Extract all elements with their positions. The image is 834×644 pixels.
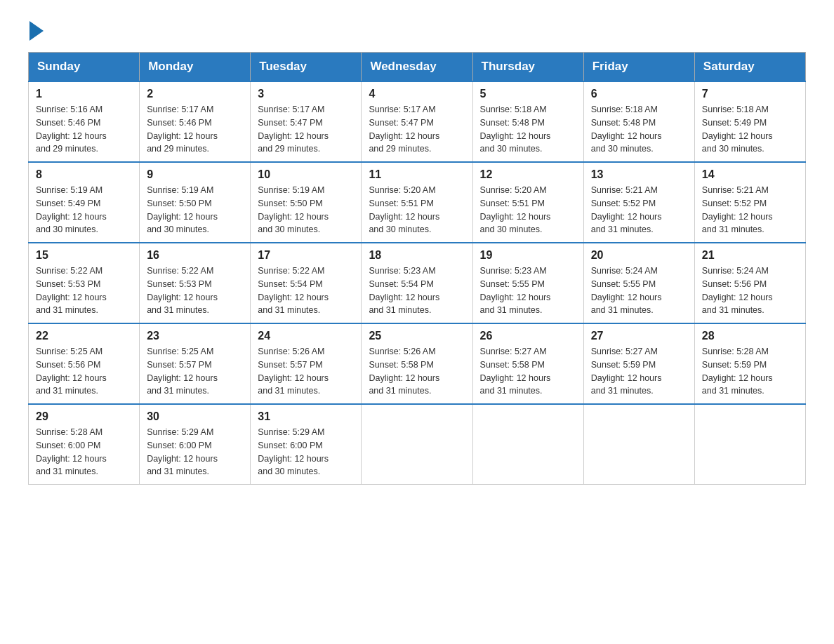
day-info: Sunrise: 5:19 AMSunset: 5:50 PMDaylight:… xyxy=(147,184,243,236)
day-info: Sunrise: 5:17 AMSunset: 5:47 PMDaylight:… xyxy=(369,103,465,156)
day-number: 26 xyxy=(480,330,576,342)
calendar-cell: 22Sunrise: 5:25 AMSunset: 5:56 PMDayligh… xyxy=(29,323,140,404)
calendar-cell: 10Sunrise: 5:19 AMSunset: 5:50 PMDayligh… xyxy=(251,162,362,243)
weekday-header-tuesday: Tuesday xyxy=(251,53,362,82)
calendar-cell: 28Sunrise: 5:28 AMSunset: 5:59 PMDayligh… xyxy=(694,323,805,404)
day-info: Sunrise: 5:23 AMSunset: 5:54 PMDaylight:… xyxy=(369,264,465,317)
day-number: 9 xyxy=(147,168,243,181)
calendar-cell xyxy=(583,404,694,485)
day-number: 10 xyxy=(258,168,354,181)
logo-arrow-icon xyxy=(29,21,44,41)
day-number: 14 xyxy=(702,168,798,181)
calendar-cell: 3Sunrise: 5:17 AMSunset: 5:47 PMDaylight… xyxy=(251,81,362,162)
day-info: Sunrise: 5:17 AMSunset: 5:46 PMDaylight:… xyxy=(147,103,243,156)
weekday-header-monday: Monday xyxy=(140,53,251,82)
calendar-cell: 20Sunrise: 5:24 AMSunset: 5:55 PMDayligh… xyxy=(583,243,694,323)
day-info: Sunrise: 5:16 AMSunset: 5:46 PMDaylight:… xyxy=(36,103,132,156)
calendar-cell: 29Sunrise: 5:28 AMSunset: 6:00 PMDayligh… xyxy=(29,404,140,485)
weekday-header-saturday: Saturday xyxy=(694,53,805,82)
day-number: 20 xyxy=(591,249,687,262)
weekday-header-wednesday: Wednesday xyxy=(362,53,472,82)
calendar-cell: 19Sunrise: 5:23 AMSunset: 5:55 PMDayligh… xyxy=(472,243,583,323)
day-info: Sunrise: 5:21 AMSunset: 5:52 PMDaylight:… xyxy=(702,184,798,236)
logo xyxy=(28,21,44,38)
day-number: 24 xyxy=(258,330,354,342)
day-info: Sunrise: 5:29 AMSunset: 6:00 PMDaylight:… xyxy=(147,426,243,478)
day-number: 19 xyxy=(480,249,576,262)
day-number: 16 xyxy=(147,249,243,262)
calendar-cell: 31Sunrise: 5:29 AMSunset: 6:00 PMDayligh… xyxy=(251,404,362,485)
calendar-cell: 30Sunrise: 5:29 AMSunset: 6:00 PMDayligh… xyxy=(140,404,251,485)
calendar-header-row: SundayMondayTuesdayWednesdayThursdayFrid… xyxy=(29,53,806,82)
calendar-cell: 26Sunrise: 5:27 AMSunset: 5:58 PMDayligh… xyxy=(472,323,583,404)
calendar-cell: 2Sunrise: 5:17 AMSunset: 5:46 PMDaylight… xyxy=(140,81,251,162)
calendar-week-row: 15Sunrise: 5:22 AMSunset: 5:53 PMDayligh… xyxy=(29,243,806,323)
day-info: Sunrise: 5:25 AMSunset: 5:56 PMDaylight:… xyxy=(36,345,132,398)
day-info: Sunrise: 5:22 AMSunset: 5:54 PMDaylight:… xyxy=(258,264,354,317)
calendar-cell: 7Sunrise: 5:18 AMSunset: 5:49 PMDaylight… xyxy=(694,81,805,162)
day-info: Sunrise: 5:29 AMSunset: 6:00 PMDaylight:… xyxy=(258,426,354,478)
day-info: Sunrise: 5:18 AMSunset: 5:49 PMDaylight:… xyxy=(702,103,798,156)
day-info: Sunrise: 5:19 AMSunset: 5:50 PMDaylight:… xyxy=(258,184,354,236)
day-number: 11 xyxy=(369,168,465,181)
calendar-week-row: 8Sunrise: 5:19 AMSunset: 5:49 PMDaylight… xyxy=(29,162,806,243)
day-number: 18 xyxy=(369,249,465,262)
day-info: Sunrise: 5:20 AMSunset: 5:51 PMDaylight:… xyxy=(369,184,465,236)
day-info: Sunrise: 5:24 AMSunset: 5:55 PMDaylight:… xyxy=(591,264,687,317)
day-number: 4 xyxy=(369,88,465,100)
calendar-cell: 11Sunrise: 5:20 AMSunset: 5:51 PMDayligh… xyxy=(362,162,472,243)
weekday-header-sunday: Sunday xyxy=(29,53,140,82)
day-number: 17 xyxy=(258,249,354,262)
calendar-week-row: 22Sunrise: 5:25 AMSunset: 5:56 PMDayligh… xyxy=(29,323,806,404)
day-info: Sunrise: 5:28 AMSunset: 5:59 PMDaylight:… xyxy=(702,345,798,398)
calendar-cell: 16Sunrise: 5:22 AMSunset: 5:53 PMDayligh… xyxy=(140,243,251,323)
day-number: 13 xyxy=(591,168,687,181)
calendar-cell: 23Sunrise: 5:25 AMSunset: 5:57 PMDayligh… xyxy=(140,323,251,404)
day-info: Sunrise: 5:28 AMSunset: 6:00 PMDaylight:… xyxy=(36,426,132,478)
day-number: 3 xyxy=(258,88,354,100)
day-info: Sunrise: 5:24 AMSunset: 5:56 PMDaylight:… xyxy=(702,264,798,317)
calendar-cell: 12Sunrise: 5:20 AMSunset: 5:51 PMDayligh… xyxy=(472,162,583,243)
day-number: 27 xyxy=(591,330,687,342)
day-number: 8 xyxy=(36,168,132,181)
day-info: Sunrise: 5:22 AMSunset: 5:53 PMDaylight:… xyxy=(147,264,243,317)
calendar-week-row: 29Sunrise: 5:28 AMSunset: 6:00 PMDayligh… xyxy=(29,404,806,485)
calendar-cell: 18Sunrise: 5:23 AMSunset: 5:54 PMDayligh… xyxy=(362,243,472,323)
day-info: Sunrise: 5:23 AMSunset: 5:55 PMDaylight:… xyxy=(480,264,576,317)
calendar-cell: 14Sunrise: 5:21 AMSunset: 5:52 PMDayligh… xyxy=(694,162,805,243)
calendar-cell xyxy=(362,404,472,485)
calendar-cell: 8Sunrise: 5:19 AMSunset: 5:49 PMDaylight… xyxy=(29,162,140,243)
day-number: 23 xyxy=(147,330,243,342)
day-info: Sunrise: 5:20 AMSunset: 5:51 PMDaylight:… xyxy=(480,184,576,236)
calendar-week-row: 1Sunrise: 5:16 AMSunset: 5:46 PMDaylight… xyxy=(29,81,806,162)
day-number: 12 xyxy=(480,168,576,181)
calendar-cell: 6Sunrise: 5:18 AMSunset: 5:48 PMDaylight… xyxy=(583,81,694,162)
day-info: Sunrise: 5:26 AMSunset: 5:58 PMDaylight:… xyxy=(369,345,465,398)
day-info: Sunrise: 5:18 AMSunset: 5:48 PMDaylight:… xyxy=(480,103,576,156)
day-number: 7 xyxy=(702,88,798,100)
day-number: 25 xyxy=(369,330,465,342)
day-info: Sunrise: 5:27 AMSunset: 5:59 PMDaylight:… xyxy=(591,345,687,398)
calendar-cell: 24Sunrise: 5:26 AMSunset: 5:57 PMDayligh… xyxy=(251,323,362,404)
day-number: 22 xyxy=(36,330,132,342)
calendar-cell: 9Sunrise: 5:19 AMSunset: 5:50 PMDaylight… xyxy=(140,162,251,243)
day-number: 6 xyxy=(591,88,687,100)
day-number: 1 xyxy=(36,88,132,100)
day-number: 21 xyxy=(702,249,798,262)
day-info: Sunrise: 5:22 AMSunset: 5:53 PMDaylight:… xyxy=(36,264,132,317)
day-info: Sunrise: 5:25 AMSunset: 5:57 PMDaylight:… xyxy=(147,345,243,398)
day-number: 5 xyxy=(480,88,576,100)
day-info: Sunrise: 5:27 AMSunset: 5:58 PMDaylight:… xyxy=(480,345,576,398)
day-info: Sunrise: 5:19 AMSunset: 5:49 PMDaylight:… xyxy=(36,184,132,236)
calendar-cell: 1Sunrise: 5:16 AMSunset: 5:46 PMDaylight… xyxy=(29,81,140,162)
page-header xyxy=(28,21,806,38)
day-number: 28 xyxy=(702,330,798,342)
day-number: 31 xyxy=(258,410,354,423)
calendar-cell: 17Sunrise: 5:22 AMSunset: 5:54 PMDayligh… xyxy=(251,243,362,323)
day-info: Sunrise: 5:21 AMSunset: 5:52 PMDaylight:… xyxy=(591,184,687,236)
calendar-cell: 27Sunrise: 5:27 AMSunset: 5:59 PMDayligh… xyxy=(583,323,694,404)
day-number: 29 xyxy=(36,410,132,423)
day-number: 2 xyxy=(147,88,243,100)
day-number: 15 xyxy=(36,249,132,262)
calendar-cell: 13Sunrise: 5:21 AMSunset: 5:52 PMDayligh… xyxy=(583,162,694,243)
